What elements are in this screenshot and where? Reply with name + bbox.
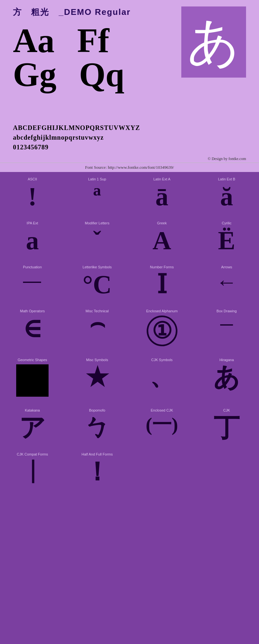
label-greek: Greek <box>157 221 167 225</box>
glyph-halffulls: ！ <box>84 459 110 485</box>
glyph-misctech: ⌣ <box>89 316 105 340</box>
font-title: 方 粗光 _DEMO Regular <box>13 6 131 18</box>
cell-boxdrawing: Box Drawing ─ <box>194 304 259 353</box>
label-letterlike: Letterlike Symbols <box>83 265 112 269</box>
label-misctech: Misc Technical <box>85 309 108 313</box>
glyph-latinextb: ă <box>220 184 233 209</box>
label-halffulls: Half And Full Forms <box>82 452 113 456</box>
label-hiragana: Hiragana <box>220 358 234 362</box>
glyph-mathops: ∈ <box>23 316 42 341</box>
cell-numforms: Number Forms Ⅰ <box>130 260 194 304</box>
label-latinexta: Latin Ext A <box>153 177 171 181</box>
glyph-letterlike: °C <box>83 272 112 297</box>
cell-misctech: Misc Technical ⌣ <box>65 304 130 353</box>
alphabet-lower: abcdefghijklmnopqrstuvwxyz <box>13 133 246 142</box>
alphabet-upper: ABCDEFGHIJKLMNOPQRSTUVWXYZ <box>13 123 246 133</box>
glyph-bopomofo: ㄅ <box>84 415 110 441</box>
glyph-ascii: ! <box>28 184 37 209</box>
hiragana-glyph: あ <box>187 16 240 68</box>
cell-mathops: Math Operators ∈ <box>0 304 65 353</box>
glyph-cjkcompat: ｜ <box>21 459 44 481</box>
label-ascii: ASCII <box>28 177 37 181</box>
cell-miscsym: Misc Symbols ★ <box>65 353 130 403</box>
label-arrows: Arrows <box>221 265 232 269</box>
glyph-latinexta: ā <box>155 184 168 209</box>
label-geoshapes: Geometric Shapes <box>17 358 47 362</box>
glyph-row-1: Aa Ff <box>13 24 131 58</box>
glyph-hiragana: あ <box>213 364 240 390</box>
label-bopomofo: Bopomofo <box>89 408 105 412</box>
cell-ascii: ASCII ! <box>0 172 65 216</box>
label-mathops: Math Operators <box>20 309 45 313</box>
cell-latin1sup: Latin 1 Sup ª <box>65 172 130 216</box>
cell-empty-2 <box>194 447 259 491</box>
credit-text: © Design by fontke.com <box>208 156 246 161</box>
label-ipaext: IPA Ext <box>27 221 38 225</box>
cell-ipaext: IPA Ext a <box>0 216 65 260</box>
glyph-ff: Ff <box>77 24 109 58</box>
glyph-miscsym: ★ <box>85 364 109 390</box>
label-cyrilic: Cyrilic <box>222 221 231 225</box>
cell-katakana: Katakana ア <box>0 403 65 447</box>
cell-enclosedcjk: Enclosed CJK (一) <box>130 403 194 447</box>
label-enclosed: Enclosed Alphanum <box>146 309 177 313</box>
glyph-boxdrawing: ─ <box>220 316 233 333</box>
cell-arrows: Arrows ← <box>194 260 259 304</box>
cell-halffulls: Half And Full Forms ！ <box>65 447 130 491</box>
glyph-latin1sup: ª <box>93 184 101 209</box>
glyph-aa: Aa <box>13 24 54 58</box>
header-preview: 方 粗光 _DEMO Regular Aa Ff Gg Qq あ <box>0 0 259 120</box>
label-katakana: Katakana <box>25 408 40 412</box>
cell-empty-1 <box>130 447 194 491</box>
glyph-cjksym: 、 <box>150 364 174 389</box>
cell-latinexta: Latin Ext A ā <box>130 172 194 216</box>
label-punctuation: Punctuation <box>23 265 42 269</box>
cell-cjkcompat: CJK Compat Forms ｜ <box>0 447 65 491</box>
label-cjkcompat: CJK Compat Forms <box>17 452 48 456</box>
hiragana-preview: あ <box>181 6 246 78</box>
cell-latinextb: Latin Ext B ă <box>194 172 259 216</box>
glyph-ipaext: a <box>26 228 39 253</box>
cell-geoshapes: Geometric Shapes <box>0 353 65 403</box>
glyph-row-2: Gg Qq <box>13 58 131 91</box>
glyph-gg: Gg <box>13 58 56 91</box>
glyph-cjk: 丁 <box>214 415 240 441</box>
label-modletters: Modifier Letters <box>85 221 109 225</box>
glyph-arrows: ← <box>216 272 237 293</box>
label-boxdrawing: Box Drawing <box>217 309 237 313</box>
glyph-punctuation: — <box>23 272 42 289</box>
cell-letterlike: Letterlike Symbols °C <box>65 260 130 304</box>
cell-greek: Greek Α <box>130 216 194 260</box>
cell-modletters: Modifier Letters ˇ <box>65 216 130 260</box>
cell-enclosed: Enclosed Alphanum ① <box>130 304 194 353</box>
cell-cjk: CJK 丁 <box>194 403 259 447</box>
label-miscsym: Misc Symbols <box>86 358 108 362</box>
glyph-greek: Α <box>152 228 171 253</box>
label-cjksym: CJK Symbols <box>151 358 173 362</box>
alphabet-section: ABCDEFGHIJKLMNOPQRSTUVWXYZ abcdefghijklm… <box>0 120 259 155</box>
credit-section: © Design by fontke.com <box>0 155 259 163</box>
label-cjk: CJK <box>223 408 230 412</box>
glyph-modletters: ˇ <box>93 228 101 252</box>
glyph-qq: Qq <box>79 58 124 91</box>
label-latin1sup: Latin 1 Sup <box>88 177 106 181</box>
source-bar: Font Source: http://www.fontke.com/font/… <box>0 163 259 172</box>
glyph-katakana: ア <box>19 415 46 441</box>
cell-cjksym: CJK Symbols 、 <box>130 353 194 403</box>
character-grid: ASCII ! Latin 1 Sup ª Latin Ext A ā Lati… <box>0 172 259 491</box>
glyph-enclosedcjk: (一) <box>146 415 178 434</box>
label-enclosedcjk: Enclosed CJK <box>151 408 173 412</box>
cell-hiragana: Hiragana あ <box>194 353 259 403</box>
glyph-enclosed: ① <box>147 316 177 346</box>
glyph-cyrilic: Ë <box>218 228 235 253</box>
cell-punctuation: Punctuation — <box>0 260 65 304</box>
digits: 0123456789 <box>13 142 246 152</box>
source-text: Font Source: http://www.fontke.com/font/… <box>85 165 174 170</box>
label-latinextb: Latin Ext B <box>218 177 235 181</box>
glyph-numforms: Ⅰ <box>157 272 167 297</box>
cell-bopomofo: Bopomofo ㄅ <box>65 403 130 447</box>
glyph-geoshapes <box>16 364 49 397</box>
cell-cyrilic: Cyrilic Ë <box>194 216 259 260</box>
label-numforms: Number Forms <box>150 265 174 269</box>
